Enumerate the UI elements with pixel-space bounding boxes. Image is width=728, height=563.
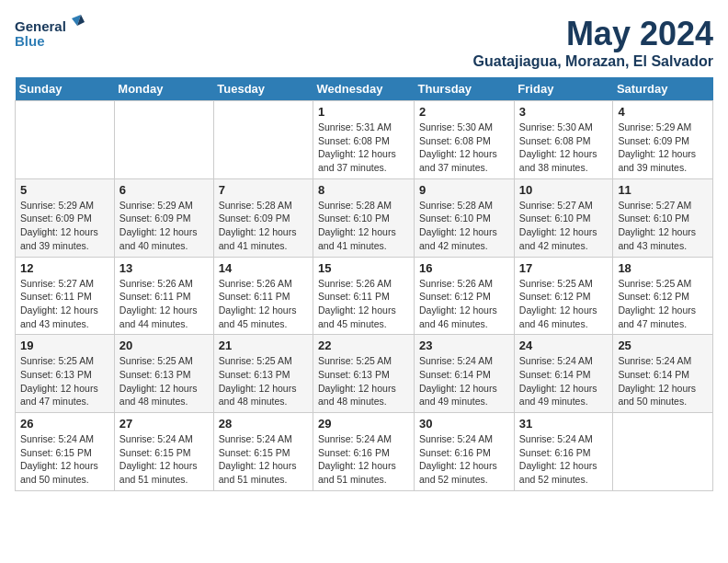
day-info: Sunrise: 5:24 AMSunset: 6:16 PMDaylight:… (519, 432, 609, 487)
day-info: Sunrise: 5:24 AMSunset: 6:15 PMDaylight:… (219, 432, 308, 487)
table-row: 11Sunrise: 5:27 AMSunset: 6:10 PMDayligh… (613, 178, 713, 257)
day-info: Sunrise: 5:26 AMSunset: 6:12 PMDaylight:… (419, 277, 509, 331)
table-row (114, 101, 213, 179)
day-info: Sunrise: 5:24 AMSunset: 6:15 PMDaylight:… (20, 432, 109, 487)
table-row (16, 101, 115, 179)
table-row: 13Sunrise: 5:26 AMSunset: 6:11 PMDayligh… (114, 257, 213, 335)
day-info: Sunrise: 5:24 AMSunset: 6:16 PMDaylight:… (419, 432, 509, 487)
table-row: 31Sunrise: 5:24 AMSunset: 6:16 PMDayligh… (514, 413, 613, 491)
day-info: Sunrise: 5:24 AMSunset: 6:15 PMDaylight:… (119, 432, 209, 487)
table-row (613, 413, 713, 491)
day-number: 1 (318, 105, 409, 119)
day-number: 26 (20, 417, 109, 431)
table-row: 15Sunrise: 5:26 AMSunset: 6:11 PMDayligh… (313, 257, 415, 335)
table-row: 21Sunrise: 5:25 AMSunset: 6:13 PMDayligh… (213, 335, 313, 413)
table-row: 3Sunrise: 5:30 AMSunset: 6:08 PMDaylight… (514, 101, 613, 179)
table-row: 20Sunrise: 5:25 AMSunset: 6:13 PMDayligh… (114, 335, 213, 413)
weekday-tuesday: Tuesday (213, 77, 313, 101)
weekday-friday: Friday (514, 77, 613, 101)
day-info: Sunrise: 5:25 AMSunset: 6:13 PMDaylight:… (318, 354, 409, 408)
day-number: 8 (318, 183, 409, 197)
day-info: Sunrise: 5:24 AMSunset: 6:14 PMDaylight:… (618, 354, 708, 408)
header: General Blue May 2024 Guatajiagua, Moraz… (15, 15, 713, 70)
day-number: 6 (119, 183, 209, 197)
day-info: Sunrise: 5:30 AMSunset: 6:08 PMDaylight:… (419, 121, 509, 175)
day-number: 9 (419, 183, 509, 197)
svg-text:General: General (15, 18, 66, 34)
table-row: 12Sunrise: 5:27 AMSunset: 6:11 PMDayligh… (16, 257, 115, 335)
day-number: 27 (119, 417, 209, 431)
weekday-sunday: Sunday (16, 77, 115, 101)
calendar-table: Sunday Monday Tuesday Wednesday Thursday… (15, 77, 713, 491)
day-info: Sunrise: 5:29 AMSunset: 6:09 PMDaylight:… (618, 121, 708, 175)
table-row: 28Sunrise: 5:24 AMSunset: 6:15 PMDayligh… (213, 413, 313, 491)
day-number: 22 (318, 339, 409, 352)
weekday-thursday: Thursday (415, 77, 515, 101)
day-info: Sunrise: 5:25 AMSunset: 6:13 PMDaylight:… (219, 354, 308, 408)
title-block: May 2024 Guatajiagua, Morazan, El Salvad… (473, 15, 713, 70)
day-info: Sunrise: 5:30 AMSunset: 6:08 PMDaylight:… (519, 121, 609, 175)
day-number: 3 (519, 105, 609, 119)
day-info: Sunrise: 5:25 AMSunset: 6:12 PMDaylight:… (519, 277, 609, 331)
day-number: 21 (219, 339, 308, 352)
day-number: 15 (318, 261, 409, 275)
table-row: 1Sunrise: 5:31 AMSunset: 6:08 PMDaylight… (313, 101, 415, 179)
day-info: Sunrise: 5:31 AMSunset: 6:08 PMDaylight:… (318, 121, 409, 175)
table-row: 30Sunrise: 5:24 AMSunset: 6:16 PMDayligh… (415, 413, 515, 491)
table-row: 18Sunrise: 5:25 AMSunset: 6:12 PMDayligh… (613, 257, 713, 335)
logo-svg: General Blue (15, 15, 88, 59)
table-row: 10Sunrise: 5:27 AMSunset: 6:10 PMDayligh… (514, 178, 613, 257)
day-number: 29 (318, 417, 409, 431)
day-info: Sunrise: 5:26 AMSunset: 6:11 PMDaylight:… (219, 277, 308, 331)
logo: General Blue (15, 15, 88, 59)
month-title: May 2024 (473, 15, 713, 53)
day-info: Sunrise: 5:28 AMSunset: 6:10 PMDaylight:… (318, 199, 409, 253)
table-row: 6Sunrise: 5:29 AMSunset: 6:09 PMDaylight… (114, 178, 213, 257)
weekday-wednesday: Wednesday (313, 77, 415, 101)
day-info: Sunrise: 5:24 AMSunset: 6:14 PMDaylight:… (519, 354, 609, 408)
day-number: 23 (419, 339, 509, 352)
table-row: 16Sunrise: 5:26 AMSunset: 6:12 PMDayligh… (415, 257, 515, 335)
day-info: Sunrise: 5:28 AMSunset: 6:09 PMDaylight:… (219, 199, 308, 253)
table-row: 26Sunrise: 5:24 AMSunset: 6:15 PMDayligh… (16, 413, 115, 491)
weekday-monday: Monday (114, 77, 213, 101)
day-info: Sunrise: 5:27 AMSunset: 6:10 PMDaylight:… (519, 199, 609, 253)
day-info: Sunrise: 5:26 AMSunset: 6:11 PMDaylight:… (119, 277, 209, 331)
day-number: 13 (119, 261, 209, 275)
day-info: Sunrise: 5:29 AMSunset: 6:09 PMDaylight:… (20, 199, 109, 253)
day-number: 20 (119, 339, 209, 352)
table-row: 9Sunrise: 5:28 AMSunset: 6:10 PMDaylight… (415, 178, 515, 257)
day-number: 25 (618, 339, 708, 352)
table-row: 4Sunrise: 5:29 AMSunset: 6:09 PMDaylight… (613, 101, 713, 179)
table-row: 25Sunrise: 5:24 AMSunset: 6:14 PMDayligh… (613, 335, 713, 413)
weekday-saturday: Saturday (613, 77, 713, 101)
day-number: 17 (519, 261, 609, 275)
day-number: 18 (618, 261, 708, 275)
table-row (213, 101, 313, 179)
table-row: 22Sunrise: 5:25 AMSunset: 6:13 PMDayligh… (313, 335, 415, 413)
table-row: 7Sunrise: 5:28 AMSunset: 6:09 PMDaylight… (213, 178, 313, 257)
page-wrapper: General Blue May 2024 Guatajiagua, Moraz… (15, 15, 713, 491)
day-number: 24 (519, 339, 609, 352)
table-row: 27Sunrise: 5:24 AMSunset: 6:15 PMDayligh… (114, 413, 213, 491)
day-number: 10 (519, 183, 609, 197)
table-row: 19Sunrise: 5:25 AMSunset: 6:13 PMDayligh… (16, 335, 115, 413)
day-number: 19 (20, 339, 109, 352)
day-info: Sunrise: 5:27 AMSunset: 6:10 PMDaylight:… (618, 199, 708, 253)
table-row: 23Sunrise: 5:24 AMSunset: 6:14 PMDayligh… (415, 335, 515, 413)
day-number: 11 (618, 183, 708, 197)
day-number: 5 (20, 183, 109, 197)
day-info: Sunrise: 5:25 AMSunset: 6:12 PMDaylight:… (618, 277, 708, 331)
day-info: Sunrise: 5:24 AMSunset: 6:16 PMDaylight:… (318, 432, 409, 487)
day-number: 7 (219, 183, 308, 197)
day-info: Sunrise: 5:27 AMSunset: 6:11 PMDaylight:… (20, 277, 109, 331)
day-info: Sunrise: 5:24 AMSunset: 6:14 PMDaylight:… (419, 354, 509, 408)
calendar-header: Sunday Monday Tuesday Wednesday Thursday… (16, 77, 713, 101)
day-info: Sunrise: 5:29 AMSunset: 6:09 PMDaylight:… (119, 199, 209, 253)
day-number: 28 (219, 417, 308, 431)
day-number: 30 (419, 417, 509, 431)
table-row: 24Sunrise: 5:24 AMSunset: 6:14 PMDayligh… (514, 335, 613, 413)
location-title: Guatajiagua, Morazan, El Salvador (473, 53, 713, 70)
table-row: 2Sunrise: 5:30 AMSunset: 6:08 PMDaylight… (415, 101, 515, 179)
table-row: 5Sunrise: 5:29 AMSunset: 6:09 PMDaylight… (16, 178, 115, 257)
